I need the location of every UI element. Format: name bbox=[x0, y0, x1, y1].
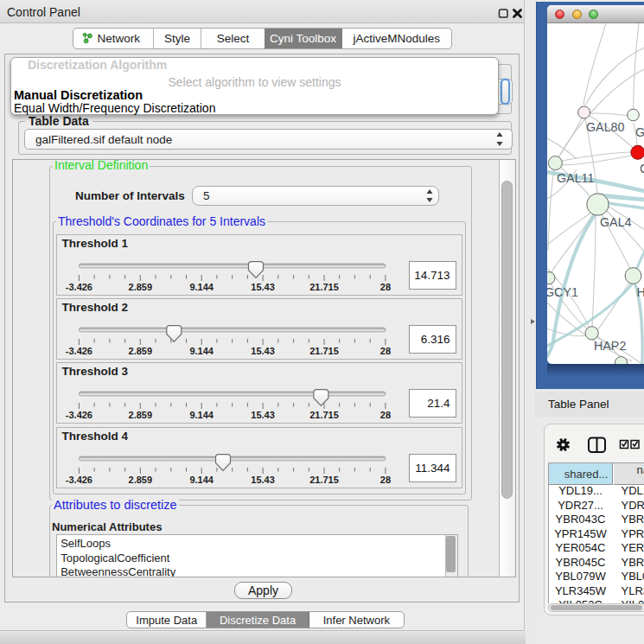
svg-text:H: H bbox=[637, 285, 644, 299]
svg-text:GAL11: GAL11 bbox=[557, 171, 594, 185]
svg-text:28: 28 bbox=[379, 474, 390, 484]
svg-text:GAL4: GAL4 bbox=[600, 215, 632, 229]
svg-text:GA: GA bbox=[635, 125, 644, 139]
svg-text:9.144: 9.144 bbox=[189, 410, 214, 420]
svg-text:15.43: 15.43 bbox=[251, 474, 275, 484]
svg-text:9.144: 9.144 bbox=[189, 474, 214, 484]
svg-text:28: 28 bbox=[379, 410, 390, 420]
svg-text:21.715: 21.715 bbox=[309, 410, 339, 420]
svg-text:28: 28 bbox=[379, 281, 390, 291]
svg-text:GCY1: GCY1 bbox=[547, 285, 578, 299]
svg-text:15.43: 15.43 bbox=[251, 410, 275, 420]
svg-text:15.43: 15.43 bbox=[251, 281, 275, 291]
svg-text:-3.426: -3.426 bbox=[65, 474, 92, 484]
svg-text:C: C bbox=[640, 162, 644, 175]
svg-text:2.859: 2.859 bbox=[128, 281, 152, 291]
svg-text:-3.426: -3.426 bbox=[65, 346, 92, 356]
svg-text:GAL80: GAL80 bbox=[586, 120, 625, 134]
svg-text:2.859: 2.859 bbox=[128, 474, 152, 484]
svg-text:9.144: 9.144 bbox=[189, 346, 214, 356]
svg-text:-3.426: -3.426 bbox=[65, 410, 92, 420]
svg-text:28: 28 bbox=[379, 346, 390, 356]
svg-text:HAP2: HAP2 bbox=[594, 339, 626, 353]
svg-text:2.859: 2.859 bbox=[128, 346, 152, 356]
svg-text:21.715: 21.715 bbox=[309, 474, 339, 484]
svg-text:9.144: 9.144 bbox=[189, 281, 214, 291]
svg-text:2.859: 2.859 bbox=[128, 410, 152, 420]
svg-text:-3.426: -3.426 bbox=[65, 281, 92, 291]
svg-text:15.43: 15.43 bbox=[251, 346, 275, 356]
svg-text:21.715: 21.715 bbox=[309, 346, 339, 356]
svg-text:21.715: 21.715 bbox=[309, 281, 339, 291]
